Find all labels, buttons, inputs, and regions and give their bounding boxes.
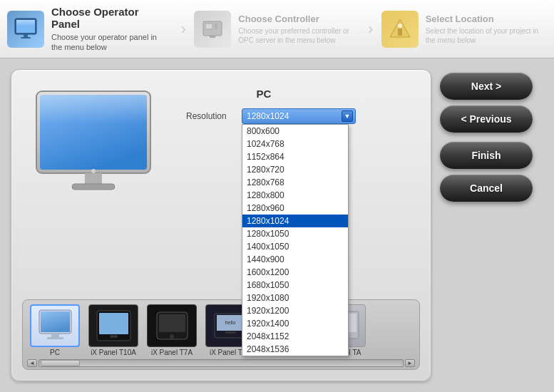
main-content: PC Resolution 1280x1024 ▼ 800x600 1024x7… <box>0 58 554 392</box>
svg-rect-2 <box>16 20 35 26</box>
step3-icon <box>381 11 419 48</box>
right-panel: Next > < Previous Finish Cancel <box>440 69 543 381</box>
svg-rect-3 <box>24 34 28 37</box>
res-option-1024x768[interactable]: 1024x768 <box>242 138 348 150</box>
resolution-row: Resolution 1280x1024 ▼ 800x600 1024x768 … <box>172 108 356 124</box>
thumb-t10a-img <box>88 304 138 347</box>
svg-rect-4 <box>21 37 31 38</box>
svg-point-13 <box>398 24 402 28</box>
dropdown-arrow-icon[interactable]: ▼ <box>342 110 353 122</box>
resolution-label: Resolution <box>186 111 236 121</box>
svg-rect-28 <box>159 314 185 332</box>
svg-rect-26 <box>110 335 118 338</box>
res-option-1400x1050[interactable]: 1400x1050 <box>242 240 348 253</box>
step1-desc: Choose your operator panel in the menu b… <box>51 32 165 53</box>
svg-rect-32 <box>225 331 236 334</box>
res-option-1440x900[interactable]: 1440x900 <box>242 253 348 266</box>
res-option-1920x1200[interactable]: 1920x1200 <box>242 304 348 317</box>
svg-rect-21 <box>41 311 70 332</box>
svg-rect-25 <box>99 313 128 334</box>
thumb-t7a-label: iX Panel T7A <box>151 349 193 356</box>
res-option-800x600[interactable]: 800x600 <box>242 125 348 138</box>
svg-rect-6 <box>205 24 212 29</box>
thumbnail-pc[interactable]: PC <box>27 304 83 356</box>
thumbnails-row: PC iX Panel T10A <box>27 304 415 356</box>
step3-title: Select Location <box>426 14 540 24</box>
panel-controls: PC Resolution 1280x1024 ▼ 800x600 1024x7… <box>172 81 356 124</box>
divider1: › <box>173 20 194 38</box>
step2-text: Choose Controller Choose your preferred … <box>238 14 352 45</box>
res-option-1600x1200[interactable]: 1600x1200 <box>242 266 348 279</box>
step3: Select Location Select the location of y… <box>381 11 547 48</box>
scroll-track[interactable] <box>39 359 404 367</box>
previous-button[interactable]: < Previous <box>440 105 533 133</box>
scroll-right-btn[interactable]: ► <box>405 359 415 367</box>
step2-title: Choose Controller <box>238 14 352 24</box>
res-option-1280x1050[interactable]: 1280x1050 <box>242 227 348 240</box>
res-option-1280x1024[interactable]: 1280x1024 <box>242 215 348 227</box>
svg-rect-8 <box>215 26 217 27</box>
thumbnail-ix-t10a[interactable]: iX Panel T10A <box>86 304 141 356</box>
res-option-1280x768[interactable]: 1280x768 <box>242 176 348 189</box>
cancel-button[interactable]: Cancel <box>440 175 533 202</box>
svg-point-29 <box>170 334 174 339</box>
step3-desc: Select the location of your project in t… <box>426 26 540 45</box>
svg-point-19 <box>91 169 96 173</box>
divider2: › <box>360 20 381 38</box>
resolution-dropdown[interactable]: 1280x1024 ▼ 800x600 1024x768 1152x864 12… <box>242 108 356 124</box>
svg-rect-18 <box>72 184 115 190</box>
res-option-2048x1536[interactable]: 2048x1536 <box>242 343 348 356</box>
step3-text: Select Location Select the location of y… <box>426 14 540 45</box>
thumbnail-strip: PC iX Panel T10A <box>22 299 420 370</box>
svg-rect-23 <box>47 337 63 339</box>
step1-title: Choose Operator Panel <box>51 6 165 30</box>
thumb-t7a-img <box>147 304 197 347</box>
svg-text:hello: hello <box>225 320 235 325</box>
step1: Choose Operator Panel Choose your operat… <box>7 6 173 53</box>
res-option-1680x1050[interactable]: 1680x1050 <box>242 279 348 292</box>
res-option-1920x1400[interactable]: 1920x1400 <box>242 317 348 330</box>
res-option-1152x864[interactable]: 1152x864 <box>242 150 348 163</box>
step2-desc: Choose your preferred controller or OPC … <box>238 26 352 45</box>
scroll-left-btn[interactable]: ◄ <box>27 359 37 367</box>
thumb-t10a-label: iX Panel T10A <box>91 349 136 356</box>
finish-button[interactable]: Finish <box>440 142 533 169</box>
svg-rect-9 <box>215 28 217 29</box>
res-option-1280x960[interactable]: 1280x960 <box>242 202 348 215</box>
step2: Choose Controller Choose your preferred … <box>194 11 359 48</box>
svg-rect-7 <box>215 24 217 25</box>
next-button[interactable]: Next > <box>440 73 533 100</box>
resolution-dropdown-list[interactable]: 800x600 1024x768 1152x864 1280x720 1280x… <box>242 124 349 356</box>
thumb-pc-label: PC <box>50 349 60 356</box>
step1-text: Choose Operator Panel Choose your operat… <box>51 6 165 53</box>
resolution-selected[interactable]: 1280x1024 <box>242 108 356 124</box>
scroll-thumb[interactable] <box>41 360 80 366</box>
svg-rect-12 <box>398 29 402 36</box>
step2-icon <box>194 11 231 48</box>
header: Choose Operator Panel Choose your operat… <box>0 0 554 58</box>
pc-monitor-image <box>22 81 165 205</box>
res-option-1280x800[interactable]: 1280x800 <box>242 189 348 202</box>
left-panel: PC Resolution 1280x1024 ▼ 800x600 1024x7… <box>11 69 431 381</box>
res-option-2048x1152[interactable]: 2048x1152 <box>242 330 348 343</box>
thumb-pc-img <box>30 304 80 347</box>
panel-title: PC <box>172 88 356 100</box>
thumbnail-scrollbar: ◄ ► <box>27 359 415 367</box>
res-option-1920x1080[interactable]: 1920x1080 <box>242 292 348 304</box>
step1-icon <box>7 11 44 48</box>
svg-rect-10 <box>210 36 215 38</box>
res-option-1280x720[interactable]: 1280x720 <box>242 163 348 176</box>
svg-rect-16 <box>40 95 147 123</box>
thumbnail-ix-t7a[interactable]: iX Panel T7A <box>144 304 200 356</box>
